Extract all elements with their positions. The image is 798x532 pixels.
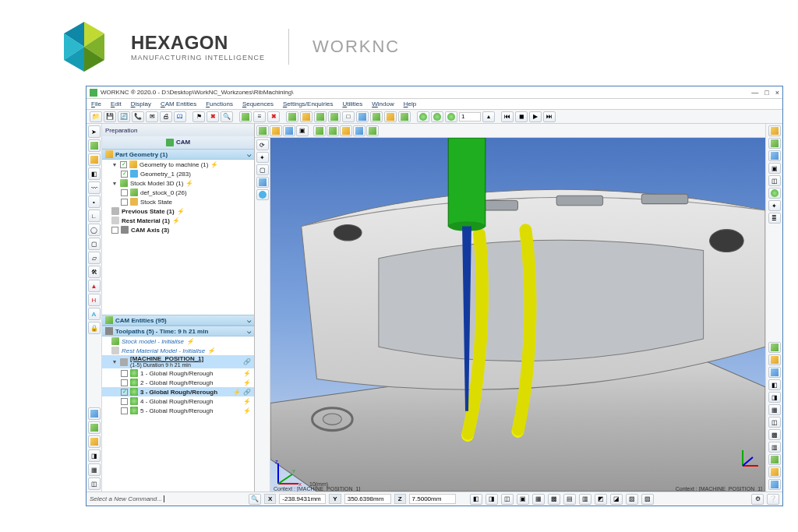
- command-prompt[interactable]: Select a New Command...: [90, 495, 245, 502]
- tool-sphere2-icon[interactable]: [431, 111, 443, 122]
- st-b7-icon[interactable]: ▤: [563, 494, 576, 505]
- st-help-icon[interactable]: ❔: [767, 494, 779, 505]
- checkbox[interactable]: [111, 227, 118, 234]
- menu-display[interactable]: Display: [131, 100, 151, 107]
- tool-cube5-icon[interactable]: [356, 111, 369, 122]
- lt-curve-icon[interactable]: 〰: [88, 181, 101, 194]
- rt-cube-icon[interactable]: [768, 125, 781, 136]
- tool-refresh-icon[interactable]: 🔄: [118, 111, 130, 122]
- st-b9-icon[interactable]: ◩: [595, 494, 607, 505]
- checkbox[interactable]: [121, 398, 128, 405]
- tab-cam[interactable]: CAM: [166, 139, 190, 146]
- vl-sphere-icon[interactable]: [256, 189, 269, 200]
- tp-5[interactable]: 5 - Global Rough/Rerough ⚡: [102, 406, 254, 415]
- rt-g1-icon[interactable]: [768, 342, 781, 353]
- expand-icon[interactable]: ▾: [111, 180, 118, 187]
- tp-stock-init[interactable]: Stock model - Initialise ⚡: [102, 336, 254, 346]
- close-button[interactable]: ×: [775, 89, 779, 97]
- st-b2-icon[interactable]: ◨: [486, 494, 498, 505]
- tool-stop-icon[interactable]: ◼: [515, 111, 528, 122]
- item-def-stock[interactable]: def_stock_0 (26): [102, 188, 254, 197]
- vt-cube3-icon[interactable]: [283, 125, 295, 136]
- tp-2[interactable]: 2 - Global Rough/Rerough ⚡: [102, 378, 254, 387]
- tool-box-icon[interactable]: □: [342, 111, 355, 122]
- item-cam-axis[interactable]: CAM Axis (3): [102, 225, 254, 234]
- tp-1[interactable]: 1 - Global Rough/Rerough ⚡: [102, 368, 254, 378]
- tool-sphere3-icon[interactable]: [445, 111, 457, 122]
- maximize-button[interactable]: □: [764, 89, 768, 97]
- rt-sphere-icon[interactable]: [768, 188, 781, 199]
- item-previous-state[interactable]: Previous State (1) ⚡: [102, 206, 254, 216]
- tool-phone-icon[interactable]: 📞: [132, 111, 144, 122]
- rt-cube2-icon[interactable]: [768, 138, 781, 149]
- tool-save-icon[interactable]: 💾: [104, 111, 116, 122]
- tool-spin-input[interactable]: [459, 112, 481, 122]
- st-b6-icon[interactable]: ▩: [548, 494, 560, 505]
- lt-pocket-icon[interactable]: ▢: [88, 238, 101, 250]
- tool-open-icon[interactable]: 📁: [90, 111, 102, 122]
- menu-edit[interactable]: Edit: [111, 100, 122, 107]
- section-toolpaths[interactable]: Toolpaths (5) - Time: 9 h 21 min ⌵: [102, 326, 254, 336]
- lt-color-icon[interactable]: ▲: [88, 280, 101, 292]
- lt-lock-icon[interactable]: 🔒: [88, 322, 101, 334]
- vt-cube2-icon[interactable]: [270, 125, 282, 136]
- lt-tool-icon[interactable]: 🛠: [88, 266, 101, 278]
- tool-spin-up-icon[interactable]: ▴: [482, 111, 495, 122]
- tool-cube8-icon[interactable]: [398, 111, 411, 122]
- vt-cube-icon[interactable]: [256, 125, 269, 136]
- st-b10-icon[interactable]: ◪: [610, 494, 623, 505]
- lt-ab-icon[interactable]: A: [88, 308, 101, 320]
- tp-machine-position[interactable]: ▾ [MACHINE_POSITION_1] (1-5) Duration 9 …: [102, 355, 254, 368]
- item-geometry-to-machine[interactable]: ▾ Geometry to machine (1) ⚡: [102, 160, 254, 169]
- checkbox[interactable]: [121, 199, 128, 206]
- tool-cubes-icon[interactable]: [239, 111, 252, 122]
- lt-select-icon[interactable]: ➤: [88, 125, 101, 138]
- lt-surf-icon[interactable]: ◧: [88, 167, 101, 180]
- vt-cube6-icon[interactable]: [327, 125, 339, 136]
- expand-icon[interactable]: ▾: [111, 358, 118, 365]
- lt-box3-icon[interactable]: [88, 435, 101, 448]
- coord-z-value[interactable]: 7.5000mm: [409, 494, 456, 504]
- checkbox[interactable]: [121, 389, 128, 396]
- rt-g3-icon[interactable]: [768, 367, 781, 378]
- menu-utilities[interactable]: Utilities: [342, 100, 362, 107]
- rt-g8-icon[interactable]: ▩: [768, 429, 781, 440]
- tool-zoom-icon[interactable]: 🔍: [221, 111, 233, 122]
- lt-hole-icon[interactable]: ◯: [88, 224, 101, 236]
- tool-prev-icon[interactable]: ⏮: [501, 111, 514, 122]
- section-part-geometry[interactable]: Part Geometry (1) ⌵: [102, 149, 254, 160]
- lt-h-icon[interactable]: H: [88, 294, 101, 306]
- vt-cube5-icon[interactable]: [313, 125, 326, 136]
- tool-cube4-icon[interactable]: [328, 111, 341, 122]
- tool-help-icon[interactable]: 🕮: [174, 111, 186, 122]
- checkbox[interactable]: [120, 161, 127, 168]
- checkbox[interactable]: [121, 370, 128, 377]
- vl-cube-icon[interactable]: [256, 177, 269, 188]
- rt-cube4-icon[interactable]: ▣: [768, 163, 781, 174]
- st-b8-icon[interactable]: ▥: [579, 494, 591, 505]
- section-cam-entities[interactable]: CAM Entities (95) ⌵: [102, 315, 254, 326]
- lt-box2-icon[interactable]: [88, 421, 101, 434]
- tool-sphere-icon[interactable]: [417, 111, 429, 122]
- item-stock-state[interactable]: Stock State: [102, 197, 254, 206]
- lt-geom-icon[interactable]: [88, 139, 101, 152]
- rt-g12-icon[interactable]: [768, 479, 781, 490]
- vt-cube9-icon[interactable]: [366, 125, 379, 136]
- tool-play-icon[interactable]: ▶: [529, 111, 542, 122]
- vl-axes-icon[interactable]: ✦: [256, 152, 269, 163]
- tp-rest-init[interactable]: Rest Material Model - Initialise ⚡: [102, 346, 254, 355]
- menu-window[interactable]: Window: [372, 100, 394, 107]
- section-collapse-icon[interactable]: ⌵: [247, 316, 251, 324]
- st-b4-icon[interactable]: ▣: [517, 494, 529, 505]
- section-collapse-icon[interactable]: ⌵: [247, 327, 251, 335]
- st-b12-icon[interactable]: ▨: [641, 494, 654, 505]
- tool-flag-icon[interactable]: ⚑: [192, 111, 205, 122]
- rt-cube3-icon[interactable]: [768, 150, 781, 161]
- checkbox[interactable]: [121, 407, 128, 414]
- menu-settings[interactable]: Settings/Enquiries: [283, 100, 334, 107]
- lt-axis-icon[interactable]: ∟: [88, 210, 101, 222]
- tool-next-icon[interactable]: ⏭: [543, 111, 556, 122]
- st-b11-icon[interactable]: ▧: [626, 494, 638, 505]
- rt-g11-icon[interactable]: [768, 467, 781, 477]
- tool-delete-icon[interactable]: ✖: [207, 111, 219, 122]
